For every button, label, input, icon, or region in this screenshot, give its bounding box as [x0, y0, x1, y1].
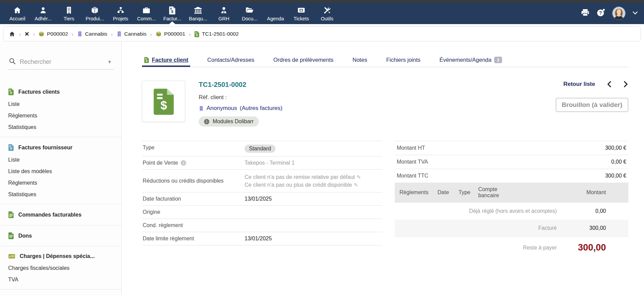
section-title: Factures clients — [18, 89, 60, 95]
menu-label: Agenda — [267, 16, 284, 21]
tab-label: Contacts/Adresses — [207, 57, 254, 63]
detail-label: Origine — [143, 209, 245, 215]
products-cube-icon — [91, 6, 99, 15]
sidebar-item-statistiques[interactable]: Statistiques — [0, 122, 121, 133]
sidebar-item-tva[interactable]: TVA — [0, 274, 121, 285]
invoice-large-icon: $ — [153, 88, 175, 115]
menu-hrm[interactable]: GRH — [213, 2, 235, 24]
breadcrumb-separator: › — [150, 31, 152, 37]
menu-thirdparties[interactable]: Tiers — [58, 2, 80, 24]
sidebar-item-liste-des-modeles[interactable]: Liste des modèles — [0, 166, 121, 177]
detail-value: 13/01/2025 — [245, 236, 272, 242]
divider — [0, 225, 121, 225]
edit-pencil-icon[interactable]: ✎ — [354, 182, 358, 188]
billing-invoice-icon: $ — [169, 6, 176, 15]
back-to-list-link[interactable]: Retour liste — [563, 81, 595, 88]
sidebar-item-liste[interactable]: Liste — [0, 98, 121, 110]
invoice-reference-title: TC1-2501-0002 — [199, 81, 282, 89]
detail-row-cond-reglement: Cond. règlement — [142, 219, 382, 232]
breadcrumb-project-p000001[interactable]: P000001 — [156, 31, 185, 37]
breadcrumb-thirdparty-cannabis[interactable]: Cannabis — [77, 31, 107, 37]
breadcrumb-label: P000001 — [164, 31, 185, 37]
summary-row-reste-a-payer: Reste à payer 300,00 — [395, 237, 628, 258]
menu-home[interactable]: Accueil — [6, 2, 29, 24]
divider — [0, 246, 121, 246]
main-content: $ Facture client Contacts/Adresses Ordre… — [122, 41, 644, 296]
breadcrumb-separator: › — [33, 31, 35, 37]
menu-members[interactable]: Adhér... — [32, 2, 54, 24]
invoice-thumbnail[interactable]: $ — [142, 81, 185, 122]
svg-text:$: $ — [146, 59, 147, 62]
breadcrumb-thirdparty-cannabis-2[interactable]: Cannabis — [117, 31, 147, 37]
tab-fichiers-joints[interactable]: Fichiers joints — [384, 54, 423, 67]
company-link[interactable]: Anonymous — [207, 105, 237, 112]
tab-ordres-prelevements[interactable]: Ordres de prélèvements — [271, 54, 336, 67]
sidebar-section-factures-fournisseur[interactable]: $ Factures fournisseur — [0, 141, 121, 154]
menu-commerce[interactable]: Comm... — [135, 2, 158, 24]
menu-products[interactable]: Produi... — [84, 2, 106, 24]
svg-text:?: ? — [599, 10, 602, 16]
amount-label: Montant TTC — [397, 173, 428, 179]
amount-value: 300,00 € — [605, 173, 626, 179]
customer-invoice-icon: $ — [8, 88, 14, 95]
info-icon: i — [181, 160, 186, 166]
detail-label: Réductions ou crédits disponibles — [143, 178, 245, 184]
help-icon[interactable]: ? — [596, 8, 605, 18]
svg-text:$: $ — [160, 98, 167, 111]
hrm-user-tie-icon — [220, 6, 228, 15]
amount-value: 300,00 € — [605, 145, 626, 151]
menu-agenda[interactable]: Agenda — [264, 2, 287, 24]
sidebar-item-reglements[interactable]: Règlements — [0, 110, 121, 122]
sidebar-item-statistiques-fournisseur[interactable]: Statistiques — [0, 189, 121, 200]
menu-bank[interactable]: Banqu... — [187, 2, 209, 24]
tab-facture-client[interactable]: $ Facture client — [142, 54, 190, 67]
home-icon — [13, 6, 21, 15]
tab-evenements-agenda[interactable]: Événements/Agenda 2 — [437, 54, 504, 67]
search-dropdown-caret-icon[interactable]: ▼ — [107, 59, 112, 64]
breadcrumb-close-icon[interactable]: ✕ — [24, 31, 29, 38]
payments-col-montant: Montant — [566, 189, 625, 196]
payments-table-header: Règlements Date Type Compte bancaire Mon… — [395, 183, 628, 202]
status-badge: Brouillon (à valider) — [556, 98, 628, 112]
section-title: Dons — [18, 233, 32, 239]
menu-tools[interactable]: Outils — [316, 2, 338, 24]
company-suffix[interactable]: (Autres factures) — [240, 105, 283, 112]
sidebar-section-factures-clients[interactable]: $ Factures clients — [0, 85, 121, 98]
tab-label: Notes — [353, 57, 367, 63]
menu-projects[interactable]: Projets — [109, 2, 132, 24]
sidebar-section-commandes-facturables[interactable]: Commandes facturables — [0, 208, 121, 221]
previous-record-chevron-icon[interactable] — [607, 81, 612, 88]
summary-row-deja-regle: Déjà réglé (hors avoirs et acomptes) 0,0… — [395, 202, 628, 220]
summary-value: 300,00 — [566, 225, 625, 231]
svg-text:$: $ — [196, 33, 198, 36]
breadcrumb-separator: › — [19, 31, 21, 37]
sidebar-item-liste-fournisseur[interactable]: Liste — [0, 154, 121, 166]
tab-contacts-adresses[interactable]: Contacts/Adresses — [205, 54, 256, 67]
menu-tickets[interactable]: Tickets — [290, 2, 312, 24]
svg-text:$: $ — [9, 255, 11, 258]
section-title: Commandes facturables — [18, 212, 82, 218]
project-badge[interactable]: Modules Dolibarr — [199, 116, 259, 127]
sidebar-item-reglements-fournisseur[interactable]: Règlements — [0, 177, 121, 189]
detail-label: Point de Vente — [143, 160, 178, 166]
breadcrumb-separator: › — [111, 31, 113, 37]
sidebar-section-dons[interactable]: Dons — [0, 229, 121, 242]
edit-pencil-icon[interactable]: ✎ — [357, 174, 361, 180]
breadcrumb-separator: › — [72, 31, 73, 37]
next-record-chevron-icon[interactable] — [623, 81, 628, 88]
invoice-tab-icon: $ — [144, 57, 149, 63]
breadcrumb-project-p000002[interactable]: P000002 — [38, 31, 68, 37]
breadcrumb-invoice-tc1-2501-0002[interactable]: $ TC1-2501-0002 — [194, 31, 239, 37]
sidebar-item-charges-fiscales[interactable]: Charges fiscales/sociales — [0, 262, 121, 274]
sidebar-section-charges[interactable]: $ Charges | Dépenses spécia... — [0, 250, 121, 262]
print-icon[interactable] — [581, 8, 590, 18]
user-avatar[interactable] — [612, 6, 626, 20]
amount-row-ht: Montant HT 300,00 € — [395, 141, 628, 155]
tab-notes[interactable]: Notes — [351, 54, 369, 67]
menu-billing[interactable]: $ Factur... — [161, 2, 183, 24]
search-input[interactable] — [20, 58, 103, 66]
payments-col-compte-bancaire: Compte bancaire — [478, 186, 511, 199]
breadcrumb-home-icon[interactable] — [9, 31, 15, 37]
user-menu-chevron-down-icon[interactable] — [632, 10, 638, 16]
menu-documents[interactable]: Docu... — [238, 2, 261, 24]
